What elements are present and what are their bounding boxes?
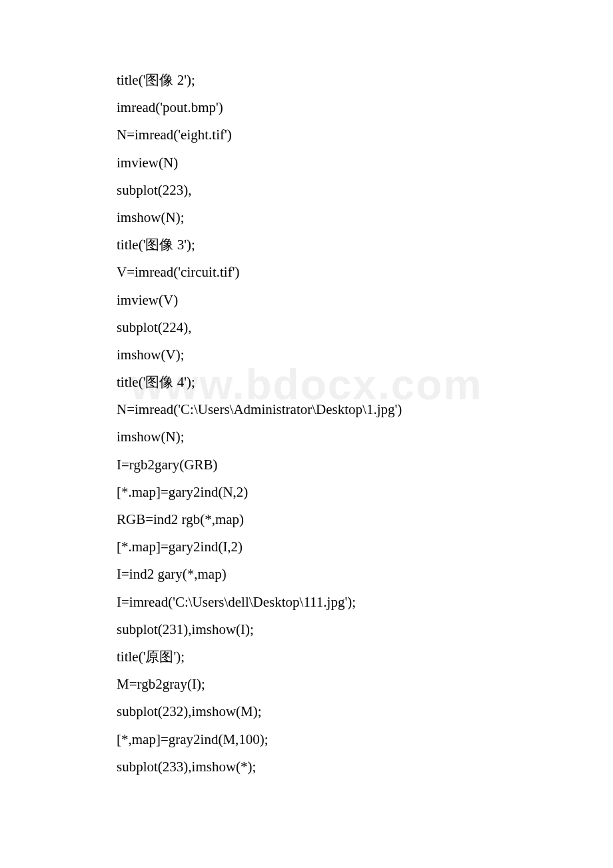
code-line: title('原图');: [117, 650, 496, 664]
code-line: title('图像 3');: [117, 238, 496, 252]
code-line: N=imread('eight.tif'): [117, 128, 496, 142]
code-line: subplot(224),: [117, 321, 496, 335]
code-line: V=imread('circuit.tif'): [117, 265, 496, 279]
code-line: [*.map]=gary2ind(I,2): [117, 540, 496, 554]
code-line: imread('pout.bmp'): [117, 101, 496, 115]
code-line: imview(N): [117, 156, 496, 170]
code-line: imshow(V);: [117, 348, 496, 362]
code-line: subplot(233),imshow(*);: [117, 760, 496, 774]
code-line: I=rgb2gary(GRB): [117, 458, 496, 472]
code-content: title('图像 2'); imread('pout.bmp') N=imre…: [0, 0, 496, 774]
code-line: imshow(N);: [117, 211, 496, 225]
code-line: title('图像 2');: [117, 73, 496, 87]
code-line: subplot(223),: [117, 183, 496, 197]
code-line: [*.map]=gary2ind(N,2): [117, 485, 496, 499]
code-line: M=rgb2gray(I);: [117, 677, 496, 691]
code-line: imshow(N);: [117, 430, 496, 444]
code-line: title('图像 4');: [117, 375, 496, 389]
code-line: N=imread('C:\Users\Administrator\Desktop…: [117, 403, 496, 417]
code-line: [*,map]=gray2ind(M,100);: [117, 733, 496, 747]
code-line: I=ind2 gary(*,map): [117, 567, 496, 581]
code-line: imview(V): [117, 293, 496, 307]
code-line: RGB=ind2 rgb(*,map): [117, 513, 496, 527]
code-line: subplot(231),imshow(I);: [117, 623, 496, 637]
code-line: I=imread('C:\Users\dell\Desktop\111.jpg'…: [117, 595, 496, 609]
code-line: subplot(232),imshow(M);: [117, 705, 496, 719]
